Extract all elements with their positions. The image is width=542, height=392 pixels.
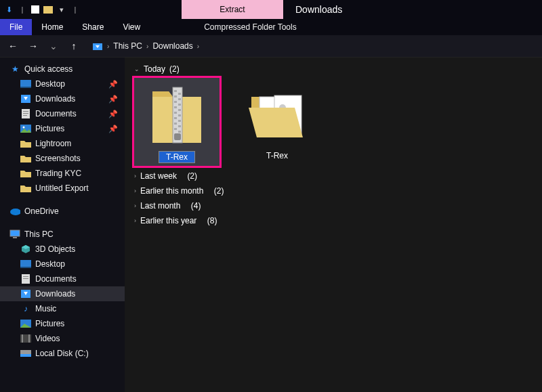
- tree-pc-music[interactable]: ♪Music: [0, 301, 125, 316]
- tree-label: Videos: [35, 334, 60, 343]
- svg-rect-7: [23, 115, 27, 116]
- downloads-icon: [92, 41, 103, 51]
- tab-file[interactable]: File: [0, 19, 32, 35]
- tree-trading-kyc[interactable]: Trading KYC: [0, 166, 125, 181]
- svg-rect-12: [13, 237, 17, 238]
- separator: |: [18, 5, 27, 14]
- tree-documents[interactable]: Documents📌: [0, 106, 125, 121]
- nav-tree: ★ Quick access Desktop📌 Downloads📌 Docum…: [0, 58, 125, 392]
- folder-icon[interactable]: [43, 6, 53, 14]
- group-earlier-year[interactable]: ›Earlier this year (8): [134, 216, 535, 225]
- tree-label: Documents: [35, 274, 77, 284]
- drive-icon: [20, 349, 31, 358]
- overflow-icon[interactable]: ▾: [57, 5, 66, 14]
- svg-rect-31: [174, 101, 177, 103]
- svg-rect-34: [178, 109, 181, 111]
- documents-icon: [20, 109, 31, 118]
- tree-label: Lightroom: [35, 139, 71, 148]
- pin-icon: 📌: [108, 95, 118, 104]
- svg-rect-29: [174, 95, 177, 97]
- downloads-icon: [20, 289, 31, 299]
- chevron-right-icon[interactable]: ›: [146, 43, 148, 50]
- properties-icon[interactable]: [31, 5, 39, 14]
- group-last-week[interactable]: ›Last week (2): [134, 171, 535, 181]
- pin-icon: 📌: [108, 125, 118, 133]
- documents-icon: [20, 274, 31, 284]
- tree-local-disk[interactable]: Local Disk (C:): [0, 346, 125, 361]
- tree-label: Quick access: [24, 64, 72, 74]
- separator: |: [70, 5, 80, 14]
- up-button[interactable]: ↑: [68, 41, 80, 51]
- svg-rect-16: [23, 276, 28, 277]
- group-label: Last month: [140, 201, 180, 211]
- tree-quick-access[interactable]: ★ Quick access: [0, 62, 125, 77]
- tree-pictures[interactable]: Pictures📌: [0, 121, 125, 136]
- tree-label: Pictures: [35, 124, 64, 133]
- svg-rect-13: [20, 260, 31, 267]
- folder-icon: [20, 183, 31, 193]
- tree-desktop[interactable]: Desktop📌: [0, 77, 125, 91]
- tree-label: Untitled Export: [35, 183, 89, 193]
- svg-rect-14: [20, 267, 31, 268]
- folder-icon: [20, 154, 31, 163]
- file-view[interactable]: ⌄ Today (2) T-Rex: [125, 58, 542, 392]
- folder-trex[interactable]: T-Rex: [234, 78, 320, 166]
- svg-rect-17: [23, 278, 28, 279]
- svg-rect-33: [174, 106, 177, 108]
- tree-untitled-export[interactable]: Untitled Export: [0, 181, 125, 196]
- svg-rect-38: [178, 120, 181, 122]
- videos-icon: [20, 334, 31, 343]
- svg-rect-42: [178, 131, 181, 133]
- tab-share[interactable]: Share: [72, 19, 113, 35]
- tree-label: Downloads: [35, 94, 75, 104]
- tree-onedrive[interactable]: OneDrive: [0, 204, 125, 219]
- group-count: (8): [207, 216, 217, 225]
- qa-toolbar: ⬇ | ▾ |: [0, 5, 80, 14]
- tree-this-pc[interactable]: This PC: [0, 227, 125, 242]
- down-arrow-icon[interactable]: ⬇: [4, 5, 14, 14]
- group-label: Today: [144, 64, 165, 74]
- svg-rect-5: [23, 111, 28, 112]
- zip-icon: [144, 82, 209, 147]
- group-earlier-month[interactable]: ›Earlier this month (2): [134, 186, 535, 196]
- tree-pc-pictures[interactable]: Pictures: [0, 316, 125, 331]
- recent-dropdown[interactable]: ⌄: [47, 41, 60, 51]
- group-label: Earlier this month: [140, 186, 203, 196]
- item-label[interactable]: T-Rex: [159, 151, 195, 163]
- folder-icon: [20, 169, 31, 178]
- chevron-right-icon[interactable]: ›: [197, 43, 199, 50]
- desktop-icon: [20, 259, 31, 269]
- tab-home[interactable]: Home: [32, 19, 72, 35]
- group-last-month[interactable]: ›Last month (4): [134, 201, 535, 211]
- back-button[interactable]: ←: [7, 41, 19, 51]
- tree-lightroom[interactable]: Lightroom: [0, 136, 125, 151]
- tab-view[interactable]: View: [113, 19, 150, 35]
- tree-pc-desktop[interactable]: Desktop: [0, 257, 125, 271]
- tree-pc-documents[interactable]: Documents: [0, 271, 125, 286]
- tree-3d-objects[interactable]: 3D Objects: [0, 242, 125, 257]
- tree-screenshots[interactable]: Screenshots: [0, 151, 125, 166]
- tree-downloads[interactable]: Downloads📌: [0, 91, 125, 106]
- context-tab-extract[interactable]: Extract: [182, 0, 283, 19]
- tree-label: OneDrive: [24, 206, 59, 216]
- tab-compressed-tools[interactable]: Compressed Folder Tools: [185, 19, 316, 35]
- breadcrumb[interactable]: › This PC › Downloads ›: [92, 41, 199, 51]
- folder-icon: [20, 139, 31, 148]
- downloads-icon: [20, 94, 31, 104]
- file-zip-trex[interactable]: T-Rex: [134, 78, 220, 166]
- svg-rect-30: [178, 98, 181, 100]
- chevron-right-icon[interactable]: ›: [107, 43, 109, 50]
- tree-pc-videos[interactable]: Videos: [0, 331, 125, 346]
- star-icon: ★: [9, 64, 20, 74]
- forward-button[interactable]: →: [27, 41, 39, 51]
- svg-rect-41: [174, 128, 177, 130]
- tree-label: Desktop: [35, 259, 65, 269]
- group-today[interactable]: ⌄ Today (2): [134, 64, 535, 74]
- crumb-this-pc[interactable]: This PC: [113, 41, 142, 51]
- tree-pc-downloads[interactable]: Downloads: [0, 286, 125, 301]
- group-count: (2): [187, 171, 197, 181]
- tree-label: Desktop: [35, 79, 65, 89]
- crumb-downloads[interactable]: Downloads: [152, 41, 192, 51]
- window-title: Downloads: [295, 4, 342, 15]
- ribbon-tabs: File Home Share View Compressed Folder T…: [0, 19, 542, 35]
